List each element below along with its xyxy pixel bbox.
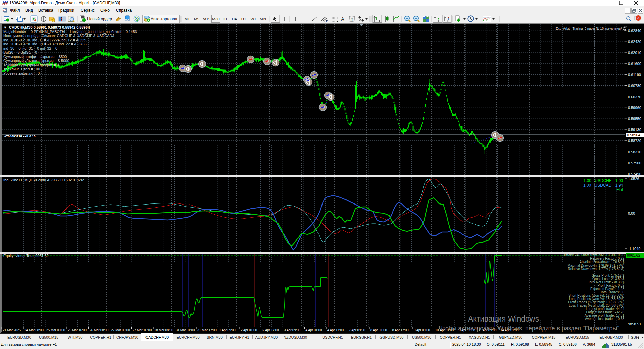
- svg-text:E: E: [326, 20, 328, 23]
- svg-text:0.57900: 0.57900: [628, 161, 641, 165]
- svg-text:0.60780: 0.60780: [628, 84, 641, 88]
- svg-text:0.58310: 0.58310: [628, 150, 641, 154]
- svg-text:Суммарный профит закрытия = $5: Суммарный профит закрытия = $500: [3, 55, 67, 59]
- svg-text:0.58964: 0.58964: [627, 133, 640, 137]
- svg-text:0.59960: 0.59960: [628, 106, 641, 110]
- svg-text:1 Apr 09:00: 1 Apr 09:00: [219, 328, 236, 332]
- svg-text:9 Apr 09:00: 9 Apr 09:00: [414, 328, 430, 332]
- svg-text:H1: H1: [223, 17, 228, 21]
- svg-text:8 Apr 01:00: 8 Apr 01:00: [370, 328, 387, 332]
- svg-text:0.59130: 0.59130: [628, 128, 641, 132]
- svg-text:0.58720: 0.58720: [628, 139, 641, 143]
- svg-text:21 Mar 2025: 21 Mar 2025: [3, 328, 21, 332]
- svg-text:7 Apr 09:00: 7 Apr 09:00: [349, 328, 366, 332]
- svg-text:MN: MN: [260, 17, 266, 21]
- svg-text:9961.62: 9961.62: [627, 253, 640, 257]
- svg-text:-1.1049: -1.1049: [628, 247, 640, 251]
- svg-text:25 Mar 16:00: 25 Mar 16:00: [68, 328, 87, 332]
- svg-text:H4: H4: [232, 17, 237, 21]
- svg-text:M5: M5: [194, 17, 199, 21]
- svg-text:1.00= USDCAD =1.94: 1.00= USDCAD =1.94: [583, 183, 623, 188]
- svg-text:31 Mar 17:00: 31 Mar 17:00: [197, 328, 217, 332]
- svg-text:24 Mar 08:00: 24 Mar 08:00: [24, 328, 44, 332]
- svg-text:0.61190: 0.61190: [628, 73, 641, 77]
- svg-text:ind_20 = -0.3796 ind_21 = -0.3: ind_20 = -0.3796 ind_21 = -0.379 ind_22 …: [3, 42, 87, 46]
- svg-text:MagicNumber = 0 РЕЖИМ_РАБОТЫ =: MagicNumber = 0 РЕЖИМ_РАБОТЫ = 1текущее_…: [3, 30, 137, 34]
- svg-text:27 Mar 00:00: 27 Mar 00:00: [111, 328, 130, 332]
- svg-text:0.62010: 0.62010: [628, 51, 641, 55]
- svg-text:9858.51: 9858.51: [628, 322, 641, 326]
- svg-text:A: A: [341, 16, 344, 22]
- svg-text:0.00: 0.00: [628, 211, 635, 215]
- svg-text:3: 3: [637, 16, 639, 20]
- svg-text:M1: M1: [185, 17, 190, 21]
- svg-text:D1: D1: [241, 17, 246, 21]
- svg-text:Суммарный убыток закрытия = $-: Суммарный убыток закрытия = $-5000: [3, 59, 69, 63]
- svg-text:0.62420: 0.62420: [628, 40, 641, 44]
- svg-text:0.57490: 0.57490: [628, 172, 641, 176]
- svg-text:Flat: Flat: [616, 187, 623, 192]
- svg-text:Трейлинг_Стоп = 100: Трейлинг_Стоп = 100: [3, 67, 40, 71]
- svg-text:Текущий суммарный профит = 0: Текущий суммарный профит = 0: [3, 63, 59, 67]
- svg-text:BufS0 = 0 BufS1 = 0: BufS0 = 0 BufS1 = 0: [3, 50, 37, 54]
- svg-text:M30: M30: [212, 17, 219, 21]
- svg-text:2 Apr 17:00: 2 Apr 17:00: [262, 328, 279, 332]
- svg-text:Relative Drawdown: 1.77% (176.: Relative Drawdown: 1.77% (176.89 $): [568, 267, 624, 271]
- svg-text:3 Apr 09:00: 3 Apr 09:00: [284, 328, 301, 332]
- svg-text:Ind_2line+1_MQL -0.2080 -0.377: Ind_2line+1_MQL -0.2080 -0.3772 0.1692 0…: [3, 178, 84, 182]
- svg-text:8 Apr 17:00: 8 Apr 17:00: [392, 328, 409, 332]
- svg-text:Авто-торговля: Авто-торговля: [151, 17, 177, 21]
- svg-text:28 Mar 08:00: 28 Mar 08:00: [154, 328, 173, 332]
- svg-text:1.0526: 1.0526: [628, 177, 639, 181]
- svg-text:4 Apr 01:00: 4 Apr 01:00: [306, 328, 323, 332]
- svg-text:#704693718 sell 0.10: #704693718 sell 0.10: [4, 134, 35, 138]
- svg-text:4 Apr 17:00: 4 Apr 17:00: [327, 328, 344, 332]
- svg-text:T: T: [351, 17, 353, 21]
- svg-text:ind_30 = 0 ind_31 = 0 ind_32 =: ind_30 = 0 ind_31 = 0 ind_32 = 0: [3, 46, 57, 50]
- svg-text:1.00= USDCHF =1.00: 1.00= USDCHF =1.00: [584, 178, 623, 183]
- svg-text:0.59550: 0.59550: [628, 117, 641, 121]
- svg-text:Average loss trade: -10.68: Average loss trade: -10.68: [585, 317, 625, 321]
- svg-text:ind_10 = -0.2106 ind_11 = -0.2: ind_10 = -0.2106 ind_11 = -0.2224 ind_12…: [3, 38, 86, 42]
- svg-text:26 Mar 08:00: 26 Mar 08:00: [90, 328, 109, 332]
- svg-text:25 Mar 00:00: 25 Mar 00:00: [46, 328, 65, 332]
- svg-text:Уровень закрытия =0: Уровень закрытия =0: [3, 71, 40, 75]
- svg-text:F: F: [337, 20, 338, 23]
- svg-text:31 Mar 01:00: 31 Mar 01:00: [176, 328, 195, 332]
- svg-text:0.60370: 0.60370: [628, 95, 641, 99]
- svg-text:CADCHF,M30 0.58961 0.58973 0.: CADCHF,M30 0.58961 0.58973 0.58942 0.589…: [9, 25, 90, 30]
- svg-text:2 Apr 01:00: 2 Apr 01:00: [241, 328, 257, 332]
- svg-text:Exp_Arbitr_Trailing_3 пары № 1: Exp_Arbitr_Trailing_3 пары № 18 актуальн…: [555, 26, 622, 30]
- svg-text:▼: ▼: [3, 25, 7, 30]
- svg-text:Инструменты спреда, Символ: CA: Инструменты спреда, Символ: CADCHF & USD…: [3, 34, 115, 38]
- svg-text:M15: M15: [203, 17, 210, 21]
- svg-text:Equity: virtual Total 9961.62: Equity: virtual Total 9961.62: [3, 254, 49, 258]
- svg-text:27 Mar 16:00: 27 Mar 16:00: [133, 328, 152, 332]
- svg-text:Новый ордер: Новый ордер: [87, 17, 112, 21]
- svg-text:0.61600: 0.61600: [628, 62, 641, 66]
- svg-text:0.62840: 0.62840: [628, 28, 641, 33]
- svg-text:W1: W1: [250, 17, 256, 21]
